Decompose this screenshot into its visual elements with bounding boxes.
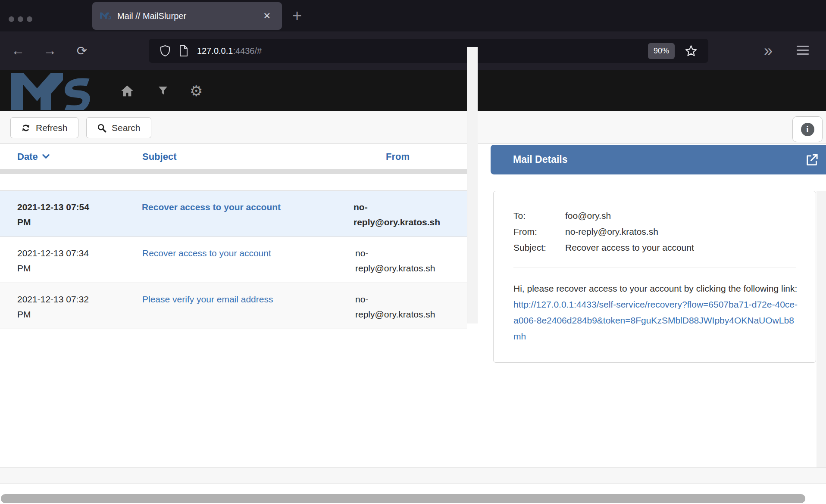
zoom-level-badge[interactable]: 90% bbox=[648, 43, 675, 59]
mail-subject-link[interactable]: Recover access to your account bbox=[142, 248, 271, 258]
mail-to-row: To: foo@ory.sh bbox=[513, 208, 796, 224]
settings-gear-icon[interactable]: ⚙ bbox=[190, 70, 203, 111]
to-label: To: bbox=[513, 208, 565, 224]
mail-from: no-reply@ory.kratos.sh bbox=[354, 246, 467, 276]
list-scrollbar-track[interactable] bbox=[467, 47, 478, 324]
mail-row[interactable]: 2021-12-13 07:34 PM Recover access to yo… bbox=[0, 237, 467, 283]
window-controls[interactable] bbox=[9, 16, 32, 22]
subject-label: Subject: bbox=[513, 240, 565, 255]
shield-icon[interactable] bbox=[160, 45, 170, 56]
mail-rows: 2021-12-13 07:54 PM Recover access to yo… bbox=[0, 190, 467, 329]
recovery-link[interactable]: http://127.0.0.1:4433/self-service/recov… bbox=[513, 299, 798, 341]
mail-body: Hi, please recover access to your accoun… bbox=[513, 280, 798, 344]
mailslurper-favicon-icon bbox=[100, 11, 111, 21]
home-icon[interactable] bbox=[121, 70, 134, 111]
refresh-icon bbox=[21, 123, 31, 133]
bottom-strip bbox=[0, 468, 826, 483]
filter-icon[interactable] bbox=[158, 70, 168, 111]
tab-strip: Mail // MailSlurper ✕ + bbox=[0, 0, 826, 31]
from-value: no-reply@ory.kratos.sh bbox=[565, 224, 658, 240]
horizontal-scrollbar-thumb[interactable] bbox=[1, 494, 805, 503]
mail-from: no-reply@ory.kratos.sh bbox=[354, 292, 467, 322]
details-divider bbox=[513, 267, 796, 268]
header-divider-band bbox=[0, 169, 478, 174]
app-toolbar: Refresh Search i bbox=[0, 111, 826, 144]
subject-header-label: Subject bbox=[142, 151, 176, 162]
window-dot-icon[interactable] bbox=[18, 16, 23, 22]
refresh-label: Refresh bbox=[36, 123, 68, 133]
column-header-subject[interactable]: Subject bbox=[125, 151, 354, 162]
from-header-label: From bbox=[386, 151, 410, 162]
search-icon bbox=[97, 123, 106, 133]
horizontal-scrollbar[interactable] bbox=[0, 483, 826, 504]
header-gap bbox=[0, 174, 478, 190]
mail-date: 2021-12-13 07:34 PM bbox=[0, 246, 125, 276]
info-button[interactable]: i bbox=[792, 116, 823, 142]
app-header: ⚙ bbox=[0, 70, 826, 111]
browser-window: Mail // MailSlurper ✕ + ← → ⟳ 127.0.0.1:… bbox=[0, 0, 826, 504]
window-dot-icon[interactable] bbox=[27, 16, 32, 22]
url-bar[interactable]: 127.0.0.1:4436/# 90% bbox=[149, 39, 708, 63]
mail-list-pane: Date Subject From 2021-12-13 07:54 PM Re… bbox=[0, 144, 478, 467]
column-header-date[interactable]: Date bbox=[0, 151, 125, 162]
mail-subject-link[interactable]: Please verify your email address bbox=[142, 294, 273, 304]
details-scrollbar-track[interactable] bbox=[817, 191, 826, 467]
page-info-icon[interactable] bbox=[179, 45, 188, 56]
mail-list-header: Date Subject From bbox=[0, 144, 478, 169]
open-in-new-window-icon[interactable] bbox=[805, 153, 818, 166]
bookmark-star-icon[interactable] bbox=[685, 45, 697, 57]
new-tab-button[interactable]: + bbox=[292, 6, 302, 25]
sort-desc-chevron-icon bbox=[42, 154, 50, 159]
column-header-from[interactable]: From bbox=[354, 151, 478, 162]
toolbar-overflow-icon[interactable]: » bbox=[764, 31, 773, 70]
mail-date: 2021-12-13 07:54 PM bbox=[0, 199, 125, 230]
mail-details-card: To: foo@ory.sh From: no-reply@ory.kratos… bbox=[493, 191, 816, 363]
to-value: foo@ory.sh bbox=[565, 208, 611, 224]
mail-row[interactable]: 2021-12-13 07:54 PM Recover access to yo… bbox=[0, 190, 467, 237]
url-host: 127.0.0.1 bbox=[197, 46, 233, 56]
from-label: From: bbox=[513, 224, 565, 240]
menu-hamburger-icon[interactable] bbox=[797, 46, 809, 57]
mail-details-header: Mail Details bbox=[491, 145, 826, 174]
browser-tab[interactable]: Mail // MailSlurper ✕ bbox=[92, 2, 282, 30]
mail-date: 2021-12-13 07:32 PM bbox=[0, 292, 125, 322]
mail-subject-row: Subject: Recover access to your account bbox=[513, 240, 796, 255]
subject-value: Recover access to your account bbox=[565, 240, 694, 255]
refresh-button[interactable]: Refresh bbox=[10, 117, 78, 138]
back-button[interactable]: ← bbox=[6, 31, 30, 70]
reload-button[interactable]: ⟳ bbox=[70, 31, 94, 70]
info-icon: i bbox=[801, 123, 814, 136]
search-button[interactable]: Search bbox=[86, 117, 151, 138]
mailslurper-logo bbox=[11, 73, 103, 110]
tab-close-icon[interactable]: ✕ bbox=[260, 9, 274, 23]
window-dot-icon[interactable] bbox=[9, 16, 14, 22]
mail-body-text: Hi, please recover access to your accoun… bbox=[513, 283, 797, 293]
tab-title: Mail // MailSlurper bbox=[117, 11, 260, 21]
mail-row[interactable]: 2021-12-13 07:32 PM Please verify your e… bbox=[0, 283, 467, 329]
mail-details-pane: Mail Details To: foo@ory.sh From: no-rep… bbox=[491, 145, 826, 467]
url-text[interactable]: 127.0.0.1:4436/# bbox=[197, 46, 648, 56]
forward-button[interactable]: → bbox=[38, 31, 62, 70]
search-label: Search bbox=[112, 123, 141, 133]
url-path: :4436/# bbox=[233, 46, 262, 56]
mail-subject-link[interactable]: Recover access to your account bbox=[142, 202, 281, 212]
mail-from: no-reply@ory.kratos.sh bbox=[353, 199, 467, 230]
browser-navbar: ← → ⟳ 127.0.0.1:4436/# 90% » bbox=[0, 31, 826, 70]
mail-from-row: From: no-reply@ory.kratos.sh bbox=[513, 224, 796, 240]
date-header-label: Date bbox=[17, 151, 38, 162]
mail-details-title: Mail Details bbox=[491, 154, 568, 165]
